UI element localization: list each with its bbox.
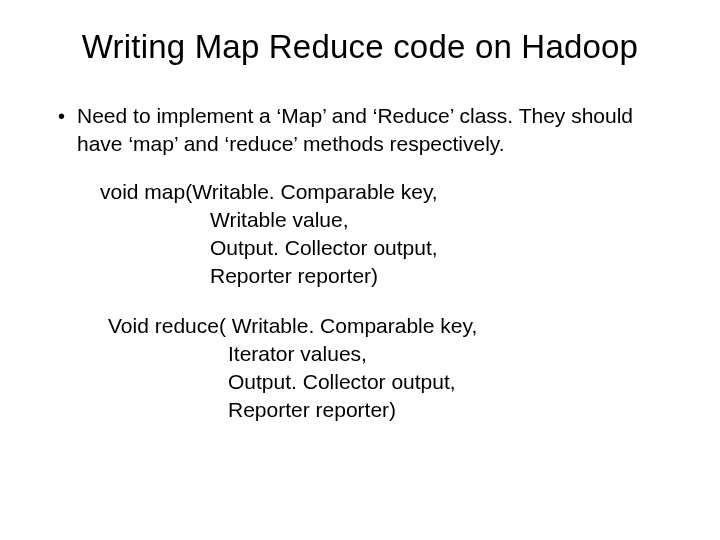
code-line: Iterator values, xyxy=(228,340,680,368)
code-line: Writable value, xyxy=(210,206,680,234)
code-line: Reporter reporter) xyxy=(228,396,680,424)
bullet-text: Need to implement a ‘Map’ and ‘Reduce’ c… xyxy=(77,102,680,158)
code-line: Output. Collector output, xyxy=(210,234,680,262)
bullet-dot-icon: • xyxy=(58,102,65,130)
bullet-item: • Need to implement a ‘Map’ and ‘Reduce’… xyxy=(58,102,680,158)
code-line: Void reduce( Writable. Comparable key, xyxy=(108,312,680,340)
code-line: void map(Writable. Comparable key, xyxy=(100,178,680,206)
reduce-signature: Void reduce( Writable. Comparable key, I… xyxy=(108,312,680,424)
map-signature: void map(Writable. Comparable key, Writa… xyxy=(100,178,680,290)
code-line: Reporter reporter) xyxy=(210,262,680,290)
slide: Writing Map Reduce code on Hadoop • Need… xyxy=(0,0,720,540)
slide-title: Writing Map Reduce code on Hadoop xyxy=(40,28,680,66)
code-line: Output. Collector output, xyxy=(228,368,680,396)
